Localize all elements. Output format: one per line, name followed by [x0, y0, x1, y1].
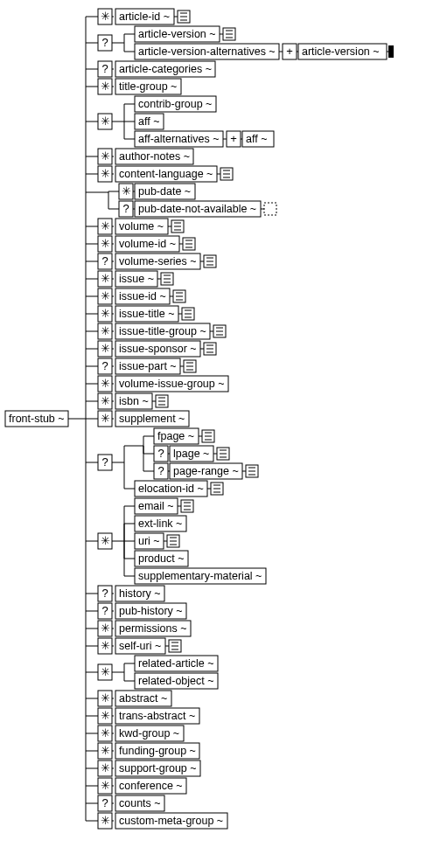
author-notes-occ-glyph: ✳ [101, 149, 110, 163]
issue-title-group-occ-glyph: ✳ [101, 324, 110, 337]
pages-choice-occ-glyph: ? [101, 455, 108, 469]
issue-title-group-label: issue-title-group ~ [119, 325, 206, 337]
root-front-stub-label: front-stub ~ [9, 413, 65, 425]
issue-sponsor-occ-glyph: ✳ [101, 342, 110, 355]
aff-label: aff ~ [138, 115, 159, 128]
support-group-occ-glyph: ✳ [101, 761, 110, 774]
volume-series-occ-glyph: ? [101, 254, 108, 267]
page-range-occ-glyph: ? [157, 464, 164, 477]
issue-id-occ-glyph: ✳ [101, 289, 110, 302]
self-uri-label: self-uri ~ [119, 640, 161, 652]
issue-sponsor-label: issue-sponsor ~ [119, 343, 197, 355]
product-label: product ~ [138, 552, 184, 565]
kwd-group-label: kwd-group ~ [119, 727, 179, 740]
related-object-label: related-object ~ [138, 675, 214, 687]
permissions-label: permissions ~ [119, 622, 186, 635]
abstract-occ-glyph: ✳ [101, 691, 110, 705]
isbn-label: isbn ~ [119, 395, 149, 407]
issue-part-label: issue-part ~ [119, 360, 177, 372]
article-id-label: article-id ~ [119, 10, 170, 23]
uri-label: uri ~ [138, 535, 160, 547]
conference-label: conference ~ [119, 780, 183, 792]
lpage-label: lpage ~ [173, 448, 209, 460]
article-categories-label: article-categories ~ [119, 63, 212, 75]
pub-date-label: pub-date ~ [138, 185, 191, 198]
self-uri-occ-glyph: ✳ [101, 639, 110, 652]
article-version-repeat-label: article-version ~ [302, 45, 380, 58]
history-occ-glyph: ? [101, 587, 108, 600]
schema-tree-diagram: front-stub ~✳article-id ~?article-versio… [3, 3, 447, 868]
counts-label: counts ~ [119, 797, 161, 809]
ext-link-label: ext-link ~ [138, 517, 182, 530]
article-version-terminator [388, 45, 394, 58]
email-label: email ~ [138, 500, 174, 512]
lpage-occ-glyph: ? [157, 447, 164, 460]
pub-date-na-occ-glyph: ? [122, 202, 129, 215]
volume-id-occ-glyph: ✳ [101, 237, 110, 250]
pub-date-not-available-label: pub-date-not-available ~ [138, 203, 256, 215]
conference-occ-glyph: ✳ [101, 779, 110, 792]
funding-group-occ-glyph: ✳ [101, 744, 110, 757]
volume-occ-glyph: ✳ [101, 219, 110, 233]
article-version-alt-plus-glyph: + [286, 45, 293, 58]
volume-issue-group-occ-glyph: ✳ [101, 377, 110, 390]
article-version-choice-occ-glyph: ? [101, 36, 108, 49]
contrib-choice-occ-glyph: ✳ [101, 115, 110, 128]
issue-occ-glyph: ✳ [101, 272, 110, 285]
volume-id-label: volume-id ~ [119, 238, 176, 250]
abstract-label: abstract ~ [119, 692, 167, 705]
contrib-group-label: contrib-group ~ [138, 98, 212, 110]
elocation-id-label: elocation-id ~ [138, 483, 204, 495]
trans-abstract-occ-glyph: ✳ [101, 709, 110, 722]
fpage-label: fpage ~ [157, 430, 194, 442]
content-language-occ-glyph: ✳ [101, 167, 110, 180]
title-group-occ-glyph: ✳ [101, 80, 110, 93]
volume-label: volume ~ [119, 220, 164, 233]
article-version-label: article-version ~ [138, 28, 216, 40]
author-notes-label: author-notes ~ [119, 150, 190, 163]
volume-series-label: volume-series ~ [119, 255, 197, 267]
aff-repeat-label: aff ~ [246, 133, 267, 145]
article-version-alternatives-label: article-version-alternatives ~ [138, 45, 276, 58]
support-group-label: support-group ~ [119, 762, 197, 774]
issue-id-label: issue-id ~ [119, 290, 166, 302]
related-choice-occ-glyph: ✳ [101, 665, 110, 678]
addr-choice-occ-glyph: ✳ [101, 534, 110, 547]
issue-part-occ-glyph: ? [101, 359, 108, 372]
content-language-label: content-language ~ [119, 168, 213, 180]
title-group-label: title-group ~ [119, 80, 177, 93]
pub-history-label: pub-history ~ [119, 605, 183, 617]
volume-issue-group-label: volume-issue-group ~ [119, 378, 225, 390]
pub-history-occ-glyph: ? [101, 604, 108, 617]
custom-meta-group-label: custom-meta-group ~ [119, 815, 223, 827]
issue-label: issue ~ [119, 273, 154, 285]
aff-alternatives-label: aff-alternatives ~ [138, 133, 220, 145]
isbn-occ-glyph: ✳ [101, 394, 110, 407]
issue-title-label: issue-title ~ [119, 308, 175, 320]
kwd-group-occ-glyph: ✳ [101, 726, 110, 740]
supplement-occ-glyph: ✳ [101, 412, 110, 425]
pub-date-occ-glyph: ✳ [122, 184, 131, 198]
funding-group-label: funding-group ~ [119, 745, 196, 757]
page-range-label: page-range ~ [173, 465, 239, 477]
supplement-label: supplement ~ [119, 413, 185, 425]
article-categories-occ-glyph: ? [101, 62, 108, 75]
history-label: history ~ [119, 587, 161, 600]
counts-occ-glyph: ? [101, 796, 108, 809]
pub-date-na-ellipsis [264, 203, 276, 215]
aff-alt-plus-glyph: + [230, 132, 237, 145]
permissions-occ-glyph: ✳ [101, 621, 110, 635]
article-id-occ-glyph: ✳ [101, 10, 110, 23]
trans-abstract-label: trans-abstract ~ [119, 710, 195, 722]
related-article-label: related-article ~ [138, 657, 214, 670]
custom-meta-group-occ-glyph: ✳ [101, 814, 110, 827]
supplementary-material-label: supplementary-material ~ [138, 570, 262, 582]
issue-title-occ-glyph: ✳ [101, 307, 110, 320]
